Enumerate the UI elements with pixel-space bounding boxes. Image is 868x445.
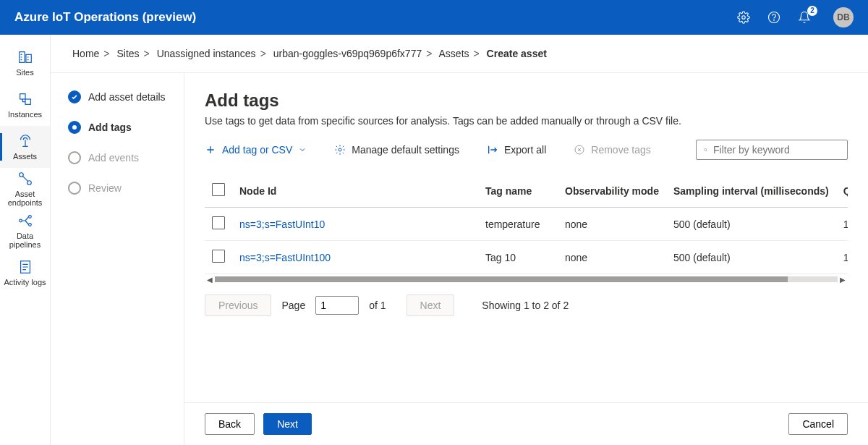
- pipelines-icon: [17, 213, 33, 229]
- search-icon: [704, 144, 707, 156]
- buildings-icon: [17, 49, 33, 65]
- topbar-actions: 2 DB: [736, 7, 854, 27]
- content: Add tags Use tags to get data from speci…: [184, 73, 868, 445]
- notification-badge: 2: [807, 6, 817, 16]
- circle-icon: [68, 182, 81, 195]
- breadcrumb: Home> Sites> Unassigned instances> urban…: [51, 35, 868, 73]
- wizard-steps: Add asset details Add tags Add events Re…: [51, 73, 184, 445]
- crumb-home[interactable]: Home: [72, 48, 99, 59]
- svg-point-1: [769, 12, 780, 23]
- leftnav-activity-logs[interactable]: Activity logs: [0, 252, 50, 294]
- chevron-down-icon: [298, 145, 307, 154]
- page-subtitle: Use tags to get data from specific sourc…: [205, 115, 848, 127]
- content-row: Add asset details Add tags Add events Re…: [51, 73, 868, 445]
- svg-point-11: [28, 224, 31, 226]
- step-review[interactable]: Review: [68, 182, 184, 195]
- tags-table-wrapper: Node Id Tag name Observability mode Samp…: [205, 174, 848, 274]
- table-row: ns=3;s=FastUInt100 Tag 10 none 500 (defa…: [205, 241, 848, 274]
- step-add-events[interactable]: Add events: [68, 151, 184, 164]
- crumb-sites[interactable]: Sites: [116, 48, 139, 59]
- assets-icon: [17, 133, 33, 149]
- next-button[interactable]: Next: [263, 413, 312, 435]
- footer: Back Next Cancel: [184, 402, 868, 445]
- pager: Previous Page of 1 Next Showing 1 to 2 o…: [205, 294, 848, 316]
- tags-table: Node Id Tag name Observability mode Samp…: [205, 174, 848, 274]
- page-title: Add tags: [205, 90, 848, 111]
- horizontal-scrollbar[interactable]: ◀ ▶: [205, 274, 848, 284]
- toolbar: Add tag or CSV Manage default settings E…: [205, 140, 848, 160]
- logs-icon: [17, 259, 33, 275]
- circle-icon: [68, 151, 81, 164]
- step-asset-details[interactable]: Add asset details: [68, 90, 184, 103]
- remove-icon: [574, 144, 585, 156]
- col-queue[interactable]: Qu: [836, 174, 848, 208]
- crumb-instance[interactable]: urban-goggles-v69pq969p6fx777: [273, 48, 422, 59]
- select-all-checkbox[interactable]: [212, 183, 225, 196]
- main-column: Home> Sites> Unassigned instances> urban…: [51, 35, 868, 445]
- instances-icon: [17, 91, 33, 107]
- scroll-thumb[interactable]: [215, 276, 788, 282]
- node-id-link[interactable]: ns=3;s=FastUInt100: [239, 252, 331, 263]
- leftnav-data-pipelines[interactable]: Data pipelines: [0, 210, 50, 252]
- next-page-button: Next: [407, 294, 455, 316]
- leftnav-instances[interactable]: Instances: [0, 84, 50, 126]
- previous-page-button: Previous: [205, 294, 271, 316]
- scroll-left-icon[interactable]: ◀: [205, 276, 215, 284]
- body: Sites Instances Assets Asset endpoints D…: [0, 35, 868, 445]
- svg-point-2: [774, 20, 775, 20]
- col-observability[interactable]: Observability mode: [558, 174, 666, 208]
- gear-icon: [334, 144, 346, 156]
- svg-point-13: [339, 148, 341, 151]
- svg-point-15: [705, 148, 707, 151]
- row-checkbox[interactable]: [212, 250, 225, 263]
- manage-defaults-button[interactable]: Manage default settings: [334, 144, 459, 156]
- dot-icon: [68, 121, 81, 134]
- filter-input[interactable]: [713, 144, 840, 156]
- leftnav-asset-endpoints[interactable]: Asset endpoints: [0, 168, 50, 210]
- col-sampling[interactable]: Sampling interval (milliseconds): [666, 174, 836, 208]
- col-node-id[interactable]: Node Id: [232, 174, 478, 208]
- avatar[interactable]: DB: [833, 7, 854, 27]
- svg-point-9: [19, 219, 22, 222]
- bell-icon[interactable]: 2: [797, 10, 812, 25]
- svg-point-0: [742, 16, 746, 20]
- showing-label: Showing 1 to 2 of 2: [482, 300, 569, 311]
- col-tag-name[interactable]: Tag name: [478, 174, 558, 208]
- export-icon: [487, 144, 498, 156]
- back-button[interactable]: Back: [205, 413, 255, 435]
- leftnav-assets[interactable]: Assets: [0, 126, 50, 168]
- export-all-button[interactable]: Export all: [487, 144, 546, 156]
- cancel-button[interactable]: Cancel: [788, 413, 848, 435]
- page-label: Page: [281, 300, 305, 311]
- help-icon[interactable]: [767, 10, 781, 25]
- leftnav: Sites Instances Assets Asset endpoints D…: [0, 35, 51, 445]
- page-of: of 1: [369, 300, 386, 311]
- svg-point-10: [28, 216, 31, 219]
- topbar: Azure IoT Operations (preview) 2 DB: [0, 0, 868, 35]
- remove-tags-button: Remove tags: [574, 144, 650, 156]
- check-icon: [68, 90, 81, 103]
- scroll-right-icon[interactable]: ▶: [838, 276, 848, 284]
- svg-rect-4: [25, 54, 30, 62]
- crumb-assets[interactable]: Assets: [439, 48, 469, 59]
- page-input[interactable]: [315, 296, 359, 315]
- app-title: Azure IoT Operations (preview): [14, 10, 736, 25]
- svg-rect-5: [20, 94, 25, 99]
- svg-rect-6: [25, 99, 30, 104]
- row-checkbox[interactable]: [212, 216, 225, 229]
- gear-icon[interactable]: [736, 10, 751, 25]
- add-tag-button[interactable]: Add tag or CSV: [205, 144, 307, 156]
- table-row: ns=3;s=FastUInt10 temperature none 500 (…: [205, 208, 848, 241]
- endpoints-icon: [17, 171, 33, 187]
- filter-input-wrapper[interactable]: [696, 140, 848, 160]
- leftnav-sites[interactable]: Sites: [0, 42, 50, 84]
- node-id-link[interactable]: ns=3;s=FastUInt10: [239, 219, 325, 230]
- step-add-tags[interactable]: Add tags: [68, 121, 184, 134]
- crumb-unassigned[interactable]: Unassigned instances: [157, 48, 256, 59]
- crumb-current: Create asset: [487, 48, 547, 59]
